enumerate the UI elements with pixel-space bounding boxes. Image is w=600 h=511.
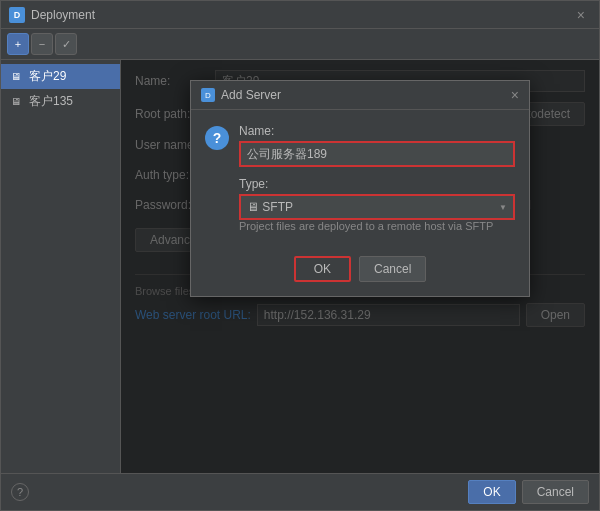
sidebar: 🖥 客户29 🖥 客户135 <box>1 60 121 473</box>
dialog-type-select[interactable]: 🖥 SFTP FTP FTPS Local or mounted folder <box>239 194 515 220</box>
dialog-cancel-button[interactable]: Cancel <box>359 256 426 282</box>
dialog-title-bar: D Add Server × <box>191 81 529 110</box>
dialog-body: ? Name: Type: 🖥 SFTP FT <box>191 110 529 296</box>
help-button[interactable]: ? <box>11 483 29 501</box>
bottom-bar: ? OK Cancel <box>1 473 599 510</box>
main-cancel-button[interactable]: Cancel <box>522 480 589 504</box>
sidebar-item-client135[interactable]: 🖥 客户135 <box>1 89 120 114</box>
add-server-button[interactable]: + <box>7 33 29 55</box>
dialog-hint-text: Project files are deployed to a remote h… <box>239 220 515 232</box>
dialog-question-icon: ? <box>205 126 229 150</box>
dialog-type-label: Type: <box>239 177 515 191</box>
app-icon: D <box>9 7 25 23</box>
sidebar-item-label-1: 客户29 <box>29 68 66 85</box>
sidebar-item-client29[interactable]: 🖥 客户29 <box>1 64 120 89</box>
confirm-button[interactable]: ✓ <box>55 33 77 55</box>
dialog-ok-button[interactable]: OK <box>294 256 351 282</box>
dialog-close-button[interactable]: × <box>511 87 519 103</box>
sidebar-item-label-2: 客户135 <box>29 93 73 110</box>
main-window: D Deployment × + − ✓ 🖥 客户29 🖥 客户135 Name… <box>0 0 600 511</box>
remove-server-button[interactable]: − <box>31 33 53 55</box>
dialog-name-input[interactable] <box>239 141 515 167</box>
dialog-type-select-wrapper: 🖥 SFTP FTP FTPS Local or mounted folder <box>239 194 515 220</box>
right-panel: Name: Root path: 📁 Autodetect User name:… <box>121 60 599 473</box>
dialog-fields: Name: Type: 🖥 SFTP FTP FTPS Loca <box>239 124 515 244</box>
server-icon-1: 🖥 <box>9 70 23 84</box>
toolbar: + − ✓ <box>1 29 599 60</box>
dialog-name-label: Name: <box>239 124 515 138</box>
window-title: Deployment <box>31 8 571 22</box>
main-ok-button[interactable]: OK <box>468 480 515 504</box>
dialog-icon: D <box>201 88 215 102</box>
title-bar: D Deployment × <box>1 1 599 29</box>
server-icon-2: 🖥 <box>9 95 23 109</box>
dialog-overlay: D Add Server × ? Name: <box>121 60 599 473</box>
add-server-dialog: D Add Server × ? Name: <box>190 80 530 297</box>
dialog-content-row: ? Name: Type: 🖥 SFTP FT <box>205 124 515 244</box>
content-area: 🖥 客户29 🖥 客户135 Name: Root path: 📁 Autode… <box>1 60 599 473</box>
dialog-buttons: OK Cancel <box>205 256 515 282</box>
dialog-title: Add Server <box>221 88 505 102</box>
window-close-button[interactable]: × <box>571 5 591 25</box>
